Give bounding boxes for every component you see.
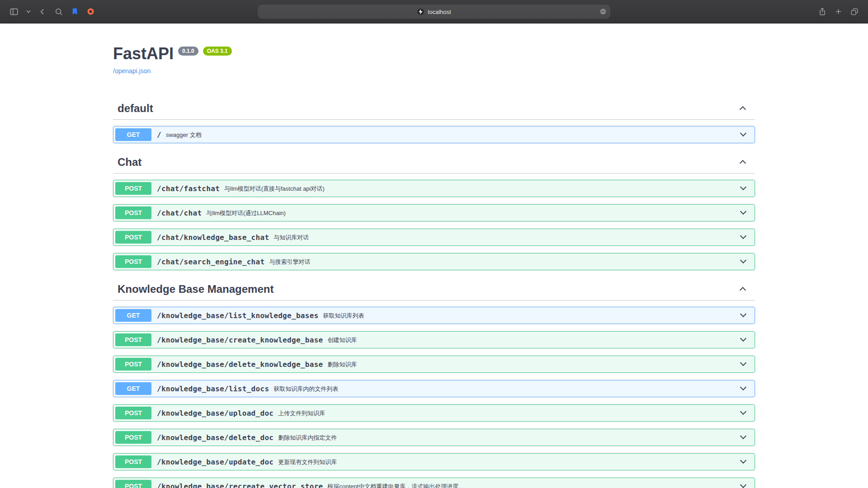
chevron-down-icon[interactable] <box>740 208 746 215</box>
browser-toolbar: localhost <box>0 0 868 23</box>
section-header-knowledge-base-management[interactable]: Knowledge Base Management <box>113 278 755 300</box>
address-text: localhost <box>428 8 451 15</box>
op-post-search-engine-chat[interactable]: POST /chat/search_engine_chat 与搜索引擎对话 <box>113 253 755 270</box>
operation-path: /knowledge_base/delete_doc <box>151 433 278 442</box>
bookmark-extension-icon <box>71 7 79 16</box>
chevron-down-icon[interactable] <box>740 335 746 342</box>
plus-icon <box>834 7 843 16</box>
api-title: FastAPI 0.1.0 OAS 3.1 <box>113 44 755 63</box>
chevron-down-icon[interactable] <box>740 433 746 439</box>
operation-description: 获取知识库内的文件列表 <box>274 385 737 393</box>
section-knowledge-base-management: Knowledge Base Management GET /knowledge… <box>113 278 755 488</box>
method-badge: GET <box>115 128 151 141</box>
new-tab-button[interactable] <box>832 5 844 18</box>
operation-description: 删除知识库内指定文件 <box>278 433 737 442</box>
sidebar-toggle-button[interactable] <box>7 5 21 19</box>
method-badge: POST <box>115 255 151 268</box>
chevron-up-icon[interactable] <box>740 160 746 166</box>
blue-extension-button[interactable] <box>69 5 81 18</box>
operation-path: /knowledge_base/upload_doc <box>151 409 278 418</box>
chevron-down-icon[interactable] <box>740 311 746 317</box>
op-post-recreate-vector-store[interactable]: POST /knowledge_base/recreate_vector_sto… <box>113 478 755 488</box>
op-get-root[interactable]: GET / swagger 文档 <box>113 126 755 143</box>
section-header-default[interactable]: default <box>113 98 755 120</box>
method-badge: POST <box>115 455 151 468</box>
operation-description: 创建知识库 <box>328 336 737 344</box>
op-post-knowledge-base-chat[interactable]: POST /chat/knowledge_base_chat 与知识库对话 <box>113 229 755 246</box>
operations-list: GET /knowledge_base/list_knowledge_bases… <box>113 300 755 488</box>
operation-description: 上传文件到知识库 <box>278 409 737 418</box>
section-chat: Chat POST /chat/fastchat 与llm模型对话(直接与fas… <box>113 151 755 278</box>
chevron-down-icon[interactable] <box>740 384 746 390</box>
operations-list: POST /chat/fastchat 与llm模型对话(直接与fastchat… <box>113 174 755 278</box>
operation-path: / <box>151 131 166 139</box>
operation-path: /knowledge_base/update_doc <box>151 458 278 466</box>
share-icon <box>818 7 827 16</box>
tab-overview-icon <box>850 7 859 16</box>
method-badge: POST <box>115 358 151 371</box>
operations-list: GET / swagger 文档 <box>113 120 755 151</box>
chevron-up-icon[interactable] <box>740 106 746 113</box>
site-favicon-icon <box>417 8 425 15</box>
toolbar-center-group: localhost <box>258 5 610 19</box>
chevron-down-icon[interactable] <box>740 360 746 366</box>
section-default: default GET / swagger 文档 <box>113 98 755 151</box>
search-button[interactable] <box>52 5 65 18</box>
chevron-down-icon[interactable] <box>740 457 746 464</box>
method-badge: POST <box>115 480 151 488</box>
operation-path: /knowledge_base/create_knowledge_base <box>151 336 328 344</box>
operation-path: /chat/chat <box>151 209 206 217</box>
op-post-chat-fastchat[interactable]: POST /chat/fastchat 与llm模型对话(直接与fastchat… <box>113 180 755 197</box>
method-badge: POST <box>115 431 151 444</box>
op-get-list-docs[interactable]: GET /knowledge_base/list_docs 获取知识库内的文件列… <box>113 380 755 397</box>
chevron-down-icon <box>26 10 31 13</box>
toolbar-right-group <box>816 5 861 18</box>
api-info: FastAPI 0.1.0 OAS 3.1 /openapi.json <box>113 44 755 75</box>
tab-overview-button[interactable] <box>848 5 861 18</box>
operation-description: 更新现有文件到知识库 <box>278 458 737 466</box>
chevron-down-icon[interactable] <box>740 482 746 488</box>
op-post-update-doc[interactable]: POST /knowledge_base/update_doc 更新现有文件到知… <box>113 453 755 470</box>
chevron-down-icon[interactable] <box>740 184 746 190</box>
method-badge: GET <box>115 382 151 395</box>
operation-path: /knowledge_base/recreate_vector_store <box>151 482 328 488</box>
chevron-down-icon[interactable] <box>740 257 746 263</box>
operation-path: /chat/search_engine_chat <box>151 258 269 266</box>
operation-description: 与知识库对话 <box>274 233 737 242</box>
operation-description: 与llm模型对话(直接与fastchat api对话) <box>224 184 737 193</box>
operation-path: /knowledge_base/delete_knowledge_base <box>151 360 328 369</box>
operation-description: 根据content中文档重建向量库，流式输出处理进度。 <box>328 482 737 488</box>
page-options-icon[interactable] <box>599 8 607 16</box>
oas-badge: OAS 3.1 <box>203 47 232 56</box>
sidebar-menu-button[interactable] <box>24 8 33 15</box>
method-badge: POST <box>115 206 151 219</box>
operation-path: /chat/fastchat <box>151 184 224 193</box>
operation-description: 删除知识库 <box>328 360 737 369</box>
method-badge: POST <box>115 182 151 195</box>
method-badge: GET <box>115 309 151 322</box>
op-post-delete-knowledge-base[interactable]: POST /knowledge_base/delete_knowledge_ba… <box>113 356 755 373</box>
openapi-json-link[interactable]: /openapi.json <box>113 67 151 75</box>
section-header-chat[interactable]: Chat <box>113 151 755 174</box>
operation-description: 与搜索引擎对话 <box>269 258 737 266</box>
operation-path: /knowledge_base/list_docs <box>151 385 274 393</box>
method-badge: POST <box>115 231 151 244</box>
chevron-down-icon[interactable] <box>740 408 746 415</box>
chevron-up-icon[interactable] <box>740 287 746 293</box>
chevron-down-icon[interactable] <box>740 130 746 136</box>
orange-extension-button[interactable] <box>85 5 97 18</box>
op-post-delete-doc[interactable]: POST /knowledge_base/delete_doc 删除知识库内指定… <box>113 429 755 446</box>
search-icon <box>54 7 63 16</box>
op-post-chat-chat[interactable]: POST /chat/chat 与llm模型对话(通过LLMChain) <box>113 204 755 221</box>
op-get-list-knowledge-bases[interactable]: GET /knowledge_base/list_knowledge_bases… <box>113 307 755 324</box>
section-title: Chat <box>118 156 142 169</box>
operation-path: /chat/knowledge_base_chat <box>151 233 274 242</box>
back-button[interactable] <box>36 5 49 18</box>
operation-path: /knowledge_base/list_knowledge_bases <box>151 311 323 320</box>
chevron-left-icon <box>38 7 47 16</box>
op-post-create-knowledge-base[interactable]: POST /knowledge_base/create_knowledge_ba… <box>113 331 755 348</box>
share-button[interactable] <box>816 5 829 18</box>
chevron-down-icon[interactable] <box>740 233 746 239</box>
op-post-upload-doc[interactable]: POST /knowledge_base/upload_doc 上传文件到知识库 <box>113 404 755 422</box>
address-bar[interactable]: localhost <box>258 5 610 19</box>
